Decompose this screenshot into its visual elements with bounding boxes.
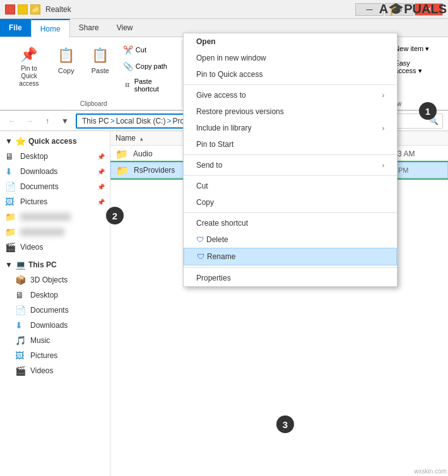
sidebar-item-pictures-pc[interactable]: 🖼 Pictures — [0, 348, 110, 363]
ctx-give-access[interactable]: Give access to › — [184, 87, 397, 103]
appuals-logo: A🎓PUALS — [379, 1, 447, 16]
sidebar-item-blurred2[interactable]: 📁 — [0, 224, 110, 240]
ctx-properties[interactable]: Properties — [184, 270, 397, 286]
this-pc-label: This PC — [28, 260, 57, 269]
paste-icon: 📋 — [90, 45, 110, 66]
music-icon: 🎵 — [15, 335, 27, 345]
easy-access-label: Easy access ▾ — [394, 59, 433, 75]
quick-access-arrow: ▼ — [5, 137, 13, 146]
videos-icon-qa: 🎬 — [5, 242, 16, 252]
paste-shortcut-icon: ⌗ — [123, 80, 132, 90]
blurred2-icon: 📁 — [5, 227, 16, 237]
ctx-divider-2 — [184, 154, 397, 155]
tab-view[interactable]: View — [108, 19, 142, 37]
sidebar-item-documents-pc[interactable]: 📄 Documents — [0, 303, 110, 318]
new-item-label: New item ▾ — [394, 45, 429, 53]
tab-share[interactable]: Share — [70, 19, 108, 37]
back-button[interactable]: ← — [5, 114, 19, 128]
window-icon-folder: 📁 — [30, 4, 40, 15]
documents-pc-icon: 📄 — [15, 305, 27, 315]
desktop-icon: 🖥 — [5, 151, 16, 161]
sidebar: ▼ ⭐ Quick access 🖥 Desktop 📌 ⬇ Downloads… — [0, 131, 110, 476]
clipboard-label: Clipboard — [80, 98, 107, 107]
sidebar-item-documents-qa[interactable]: 📄 Documents 📌 — [0, 179, 110, 194]
sidebar-item-3d-objects[interactable]: 📦 3D Objects — [0, 272, 110, 287]
ctx-restore[interactable]: Restore previous versions — [184, 103, 397, 120]
ctx-send-to[interactable]: Send to › — [184, 157, 397, 173]
downloads-icon: ⬇ — [5, 166, 16, 177]
forward-button[interactable]: → — [23, 114, 37, 128]
this-pc-arrow: ▼ — [5, 260, 13, 269]
ctx-divider-1 — [184, 84, 397, 85]
copy-path-icon: 📎 — [123, 61, 133, 71]
context-menu: Open Open in new window Pin to Quick acc… — [183, 33, 398, 287]
up-button[interactable]: ↑ — [40, 114, 54, 128]
ctx-pin-start[interactable]: Pin to Start — [184, 136, 397, 153]
pin-indicator: 📌 — [97, 153, 105, 160]
title-bar-text: Realtek — [45, 5, 71, 14]
ctx-divider-3 — [184, 175, 397, 176]
tab-home[interactable]: Home — [31, 19, 70, 38]
desktop-pc-icon: 🖥 — [15, 290, 27, 300]
sort-arrow: ▲ — [139, 136, 144, 142]
ctx-include-library[interactable]: Include in library › — [184, 120, 397, 136]
ctx-divider-5 — [184, 267, 397, 268]
this-pc-header[interactable]: ▼ 💻 This PC — [0, 257, 110, 272]
pin-to-quick-access-button[interactable]: 📌 Pin to Quickaccess — [10, 42, 48, 90]
ctx-cut[interactable]: Cut — [184, 178, 397, 194]
pin-indicator-pic: 📌 — [97, 199, 105, 206]
path-sep-2: > — [167, 117, 171, 125]
pictures-icon: 🖼 — [5, 197, 16, 207]
copy-path-button[interactable]: 📎 Copy path — [119, 59, 177, 74]
number-circle-2: 2 — [106, 207, 124, 224]
copy-path-label: Copy path — [136, 62, 167, 70]
ctx-pin-quick-access[interactable]: Pin to Quick access — [184, 66, 397, 83]
pin-icon: 📌 — [19, 45, 39, 65]
quick-access-header[interactable]: ▼ ⭐ Quick access — [0, 134, 110, 149]
sidebar-item-videos-qa[interactable]: 🎬 Videos — [0, 240, 110, 255]
ctx-arrow-library: › — [382, 125, 384, 132]
pin-label: Pin to Quickaccess — [14, 65, 44, 88]
ctx-create-shortcut[interactable]: Create shortcut — [184, 215, 397, 231]
ctx-rename[interactable]: 🛡 Rename — [184, 248, 397, 265]
quick-access-star-icon: ⭐ — [15, 136, 26, 146]
ctx-delete[interactable]: 🛡 Delete — [184, 231, 397, 248]
sidebar-item-desktop-pc[interactable]: 🖥 Desktop — [0, 287, 110, 303]
audio-folder-icon: 📁 — [115, 148, 128, 160]
clipboard-group: 📌 Pin to Quickaccess 📋 Copy 📋 Paste ✂️ — [5, 40, 182, 107]
sidebar-item-blurred1[interactable]: 📁 — [0, 209, 110, 224]
sidebar-item-pictures-qa[interactable]: 🖼 Pictures 📌 — [0, 194, 110, 209]
paste-shortcut-button[interactable]: ⌗ Paste shortcut — [119, 75, 177, 95]
path-segment-1: This PC — [82, 117, 109, 125]
recent-button[interactable]: ▼ — [58, 114, 72, 128]
shield-icon-delete: 🛡 — [196, 235, 204, 244]
ctx-open-new-window[interactable]: Open in new window — [184, 50, 397, 66]
window-icon-yellow — [18, 4, 28, 15]
sidebar-item-videos-pc[interactable]: 🎬 Videos — [0, 363, 110, 378]
quick-access-section: ▼ ⭐ Quick access 🖥 Desktop 📌 ⬇ Downloads… — [0, 134, 110, 255]
ctx-copy[interactable]: Copy — [184, 194, 397, 211]
clipboard-small-stack: ✂️ Cut 📎 Copy path ⌗ Paste shortcut — [119, 42, 177, 95]
sidebar-item-downloads-pc[interactable]: ⬇ Downloads — [0, 318, 110, 333]
cut-button[interactable]: ✂️ Cut — [119, 42, 177, 57]
tab-file[interactable]: File — [0, 19, 31, 37]
clipboard-items: 📌 Pin to Quickaccess 📋 Copy 📋 Paste ✂️ — [10, 40, 177, 98]
path-sep-1: > — [110, 117, 115, 125]
paste-shortcut-label: Paste shortcut — [134, 78, 173, 93]
sidebar-item-downloads-qa[interactable]: ⬇ Downloads 📌 — [0, 164, 110, 179]
cut-label: Cut — [136, 46, 146, 54]
sidebar-item-music-pc[interactable]: 🎵 Music — [0, 333, 110, 348]
paste-label: Paste — [91, 67, 109, 74]
ctx-open[interactable]: Open — [184, 33, 397, 50]
pictures-pc-icon: 🖼 — [15, 351, 27, 361]
sidebar-item-desktop-qa[interactable]: 🖥 Desktop 📌 — [0, 149, 110, 164]
pin-indicator-doc: 📌 — [97, 183, 105, 190]
rsproviders-folder-icon: 📁 — [116, 165, 129, 177]
pin-indicator-dl: 📌 — [97, 168, 105, 175]
paste-button[interactable]: 📋 Paste — [85, 42, 116, 78]
ctx-arrow-send: › — [382, 162, 384, 169]
this-pc-section: ▼ 💻 This PC 📦 3D Objects 🖥 Desktop 📄 Doc… — [0, 257, 110, 378]
copy-button[interactable]: 📋 Copy — [50, 42, 82, 78]
blurred1-icon: 📁 — [5, 212, 16, 222]
copy-label: Copy — [58, 67, 74, 74]
